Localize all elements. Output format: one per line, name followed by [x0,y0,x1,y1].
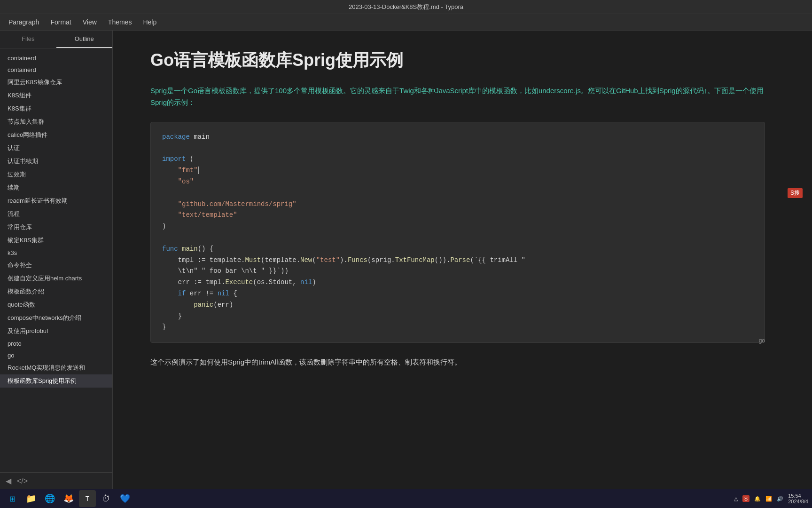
nav-k8s-components[interactable]: K8S组件 [0,89,112,102]
sidebar: Files Outline containerd containerd 阿里云K… [0,31,113,489]
code-icon[interactable]: </> [17,477,28,485]
code-line-panic: panic(err) [162,300,753,311]
intro-text: Sprig是一个Go语言模板函数库，提供了100多个常用模板函数。它的灵感来自于… [150,85,765,109]
menu-themes[interactable]: Themes [103,16,137,28]
lang-badge: go [759,337,765,344]
menu-help[interactable]: Help [138,16,161,28]
nav-k8s-cluster[interactable]: K8S集群 [0,102,112,115]
nav-process[interactable]: 流程 [0,207,112,221]
taskbar-sound: 🔊 [777,496,783,502]
nav-common-repo[interactable]: 常用仓库 [0,221,112,234]
title-text: 2023-03-13-Docker&K8S教程.md - Typora [349,3,463,11]
nav-rocketmq[interactable]: RocketMQ实现消息的发送和 [0,361,112,374]
code-line-tmpl2: \t\n" " foo bar \n\t " }}`)) [162,266,753,277]
taskbar-sogou: S [742,495,750,502]
menu-view[interactable]: View [78,16,102,28]
nav-calico[interactable]: calico网络插件 [0,128,112,142]
right-panel [803,31,812,489]
sogou-watermark: S搜 [788,188,803,198]
nav-proto[interactable]: proto [0,338,112,349]
sidebar-bottom: ◀ </> [0,472,112,489]
collapse-icon[interactable]: ◀ [6,476,11,485]
tab-files[interactable]: Files [0,31,56,48]
nav-readm-cert[interactable]: readm延长证书有效期 [0,194,112,207]
nav-renew[interactable]: 续期 [0,181,112,194]
code-line-os: "os" [162,176,753,188]
taskbar-time: 15:542024/8/4 [788,493,808,504]
sidebar-nav[interactable]: containerd containerd 阿里云K8S镜像仓库 K8S组件 K… [0,48,112,472]
menu-paragraph[interactable]: Paragraph [4,16,44,28]
code-line-close-import: ) [162,221,753,232]
code-line-close-func: } [162,322,753,333]
code-line-1: package main [162,132,753,143]
nav-containerd-1[interactable]: containerd [0,52,112,64]
footer-container: go 这个示例演示了如何使用Sprig中的trimAll函数，该函数删除字符串中… [150,356,765,368]
code-line-fmt: "fmt" [162,165,753,176]
taskbar-typora[interactable]: T [79,490,96,507]
code-line-blank-2 [162,188,753,199]
code-line-close-if: } [162,311,753,322]
nav-lock-k8s[interactable]: 锁定K8S集群 [0,234,112,247]
taskbar-browser[interactable]: 🌐 [41,490,58,507]
sidebar-tabs: Files Outline [0,31,112,48]
taskbar-wifi: 📶 [765,496,772,502]
title-bar: 2023-03-13-Docker&K8S教程.md - Typora [0,0,812,14]
taskbar-firefox[interactable]: 🦊 [60,490,77,507]
content-area[interactable]: Go语言模板函数库Sprig使用示例 Sprig是一个Go语言模板函数库，提供了… [113,31,803,489]
nav-helm-charts[interactable]: 创建自定义应用helm charts [0,272,112,285]
menu-format[interactable]: Format [46,16,76,28]
code-line-blank-3 [162,232,753,244]
nav-go[interactable]: go [0,349,112,361]
code-line-func: func main() { [162,244,753,255]
nav-quote[interactable]: quote函数 [0,298,112,311]
taskbar: ⊞ 📁 🌐 🦊 T ⏱ 💙 △ S 🔔 📶 🔊 15:542024/8/4 [0,489,812,508]
footer-text: 这个示例演示了如何使用Sprig中的trimAll函数，该函数删除字符串中的所有… [150,356,765,368]
nav-join-cluster[interactable]: 节点加入集群 [0,115,112,128]
nav-auth[interactable]: 认证 [0,142,112,155]
code-line-import: import ( [162,154,753,165]
code-line-blank-1 [162,143,753,154]
nav-protobuf[interactable]: 及使用protobuf [0,325,112,338]
code-line-err: err := tmpl.Execute(os.Stdout, nil) [162,277,753,288]
taskbar-files[interactable]: 📁 [23,490,39,507]
menu-bar: Paragraph Format View Themes Help [0,14,812,31]
code-line-tmpl: tmpl := template.Must(template.New("test… [162,255,753,266]
taskbar-tray-1: △ [734,496,738,502]
tab-outline[interactable]: Outline [56,31,113,48]
nav-k3s[interactable]: k3s [0,247,112,259]
nav-expired[interactable]: 过效期 [0,168,112,181]
nav-template-funcs[interactable]: 模板函数介绍 [0,285,112,298]
taskbar-right: △ S 🔔 📶 🔊 15:542024/8/4 [734,493,808,504]
code-block: package main import ( "fmt" "os" "github… [150,122,765,343]
taskbar-vscode[interactable]: 💙 [117,490,133,507]
taskbar-left: ⊞ 📁 🌐 🦊 T ⏱ 💙 [4,490,133,507]
nav-sprig[interactable]: 模板函数库Sprig使用示例 [0,374,112,388]
taskbar-windows[interactable]: ⊞ [4,490,21,507]
taskbar-notify: 🔔 [754,496,761,502]
nav-cert-renew[interactable]: 认证书续期 [0,155,112,168]
code-line-if: if err != nil { [162,288,753,300]
nav-containerd-2[interactable]: containerd [0,64,112,76]
main-layout: Files Outline containerd containerd 阿里云K… [0,31,812,489]
taskbar-timer[interactable]: ⏱ [98,490,115,507]
code-line-template: "text/template" [162,210,753,221]
nav-autocomplete[interactable]: 命令补全 [0,259,112,272]
code-line-sprig: "github.com/Masterminds/sprig" [162,199,753,210]
page-title: Go语言模板函数库Sprig使用示例 [150,49,765,71]
nav-compose-networks[interactable]: compose中networks的介绍 [0,311,112,325]
nav-aliyun[interactable]: 阿里云K8S镜像仓库 [0,76,112,89]
